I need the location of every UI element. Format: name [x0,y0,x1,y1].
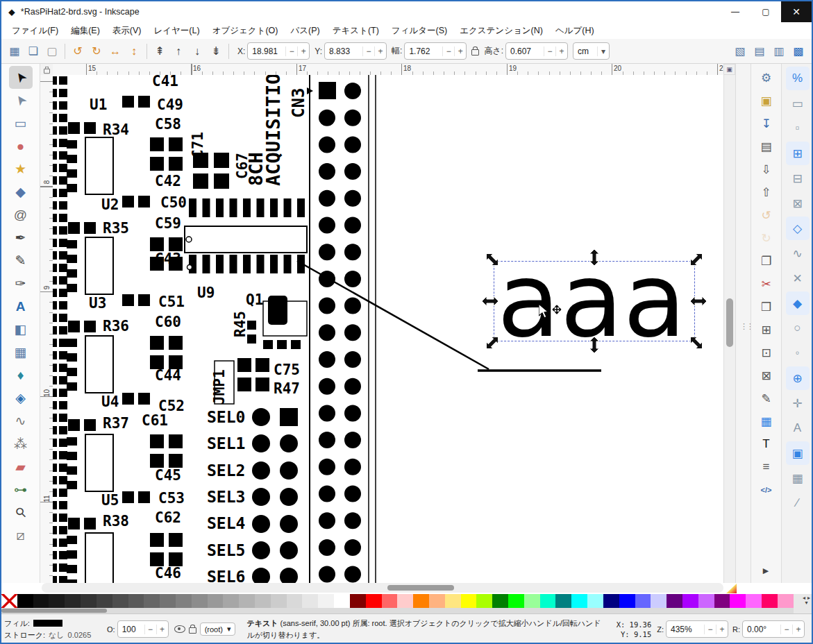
mesh-tool[interactable]: ▦ [9,341,33,364]
lower-button[interactable]: ↓ [188,42,206,60]
cut-button[interactable]: ✂ [755,273,778,294]
deselect-button[interactable]: ▢ [43,42,61,60]
color-swatch[interactable] [492,594,508,608]
snap-cusp-nodes-button[interactable]: ◆ [786,291,810,315]
menu-help[interactable]: ヘルプ(H) [549,23,601,39]
horizontal-ruler[interactable]: 15161718192021 [53,64,723,76]
rotation-value[interactable]: 0.00° [743,625,780,634]
color-swatch[interactable] [223,594,239,608]
color-swatch[interactable] [318,594,334,608]
zoom-tool[interactable]: ⚲ [9,501,33,524]
snap-bounding-box-button[interactable]: ▭ [786,92,810,115]
select-all-button[interactable]: ▦ [6,42,24,60]
menu-extensions[interactable]: エクステンション(N) [453,23,549,39]
zoom-decrement-button[interactable]: − [704,625,716,634]
zoom-value[interactable]: 435% [667,625,704,634]
stroke-value[interactable]: なし [49,630,65,641]
selector-tool[interactable]: ➤ [9,66,33,89]
flip-horizontal-button[interactable]: ↔ [106,42,124,60]
color-swatch[interactable] [619,594,635,608]
color-swatch[interactable] [17,594,33,608]
scrollbar-corner-button[interactable]: ▣ [723,64,735,75]
opacity-increment-button[interactable]: + [156,625,168,634]
color-swatch[interactable] [239,594,255,608]
x-decrement-button[interactable]: − [285,46,297,56]
color-swatch[interactable] [366,594,382,608]
node-editor-tool[interactable]: ➤ [9,89,33,112]
pencil-tool[interactable]: ✎ [9,249,33,272]
height-increment-button[interactable]: + [555,46,567,56]
color-swatch[interactable] [302,594,318,608]
menu-object[interactable]: オブジェクト(O) [206,23,285,39]
xml-editor-button[interactable]: </> [755,480,778,500]
create-clone-button[interactable]: ⊡ [755,342,778,363]
x-input[interactable]: 18.981 − + [247,42,310,60]
spiral-tool[interactable]: @ [9,203,33,226]
palette-scroll-right-button[interactable]: ▸ [807,595,810,600]
rotation-input[interactable]: 0.00° − + [742,620,805,638]
y-input[interactable]: 8.833 − + [324,42,387,60]
height-decrement-button[interactable]: − [544,46,555,56]
canvas[interactable]: C41U1C49R34C58C42C71C67U2C50R35C59C43U9U… [53,75,723,583]
text-dialog-button[interactable]: T [755,434,778,455]
y-value[interactable]: 8.833 [325,46,362,56]
menu-filters[interactable]: フィルター(S) [385,23,453,39]
x-increment-button[interactable]: + [297,46,309,56]
stroke-width-value[interactable]: 0.0265 [68,631,92,639]
scale-corners-toggle-button[interactable]: ▤ [751,42,769,60]
raise-button[interactable]: ↑ [169,42,187,60]
tweak-tool[interactable]: ∿ [9,409,33,432]
snap-page-border-button[interactable]: ▣ [786,441,810,465]
color-swatch[interactable] [49,594,65,608]
copy-button[interactable]: ❐ [755,251,778,271]
spray-tool[interactable]: ⁂ [9,432,33,455]
y-decrement-button[interactable]: − [362,46,374,56]
snap-grids-button[interactable]: ▦ [786,466,810,490]
rotate-ccw-button[interactable]: ↺ [69,42,87,60]
color-swatch[interactable] [635,594,651,608]
menu-path[interactable]: パス(P) [284,23,326,39]
commands-expand-button[interactable]: ▶ [751,562,781,579]
color-swatch[interactable] [81,594,97,608]
snap-bbox-edge-midpoints-button[interactable]: ⊟ [786,167,810,190]
save-document-button[interactable]: ↧ [755,113,778,134]
color-swatch[interactable] [746,594,762,608]
rectangle-tool[interactable]: ▭ [9,112,33,135]
import-image-button[interactable]: ⇩ [755,159,778,180]
close-button[interactable]: ✕ [781,1,812,22]
ellipse-tool[interactable]: ● [9,135,33,158]
minimize-button[interactable]: — [720,1,751,22]
color-swatch[interactable] [144,594,160,608]
lock-guides-toggle[interactable] [44,68,50,73]
snap-smooth-nodes-button[interactable]: ○ [786,316,810,340]
undo-button[interactable]: ↺ [755,205,778,226]
opacity-decrement-button[interactable]: − [144,625,156,634]
calligraphy-tool[interactable]: ✑ [9,272,33,295]
star-tool[interactable]: ★ [9,158,33,180]
width-increment-button[interactable]: + [454,46,466,56]
color-swatch[interactable] [334,594,350,608]
paint-bucket-tool[interactable]: ◈ [9,387,33,409]
color-swatch[interactable] [176,594,192,608]
snap-bbox-centers-button[interactable]: ⊠ [786,192,810,215]
maximize-button[interactable]: ▢ [751,1,781,22]
color-swatch[interactable] [97,594,112,608]
open-document-button[interactable]: ▣ [755,90,778,111]
color-swatch[interactable] [429,594,445,608]
width-decrement-button[interactable]: − [442,46,454,56]
color-swatch[interactable] [397,594,413,608]
scale-handle-s[interactable] [585,336,603,354]
opacity-input[interactable]: 100 − + [117,620,169,638]
color-swatch[interactable] [540,594,556,608]
unit-select[interactable]: cm ▾ [573,42,610,60]
color-swatch[interactable] [651,594,667,608]
menu-file[interactable]: ファイル(F) [6,23,65,39]
palette-menu-button[interactable]: ▾ [803,600,810,605]
connector-tool[interactable]: ⊶ [9,478,33,501]
color-swatch[interactable] [667,594,682,608]
rotation-increment-button[interactable]: + [792,625,804,634]
horizontal-scrollbar[interactable] [42,583,723,593]
color-swatch[interactable] [192,594,208,608]
paste-button[interactable]: ❒ [755,296,778,317]
box-3d-tool[interactable]: ◆ [9,180,33,203]
